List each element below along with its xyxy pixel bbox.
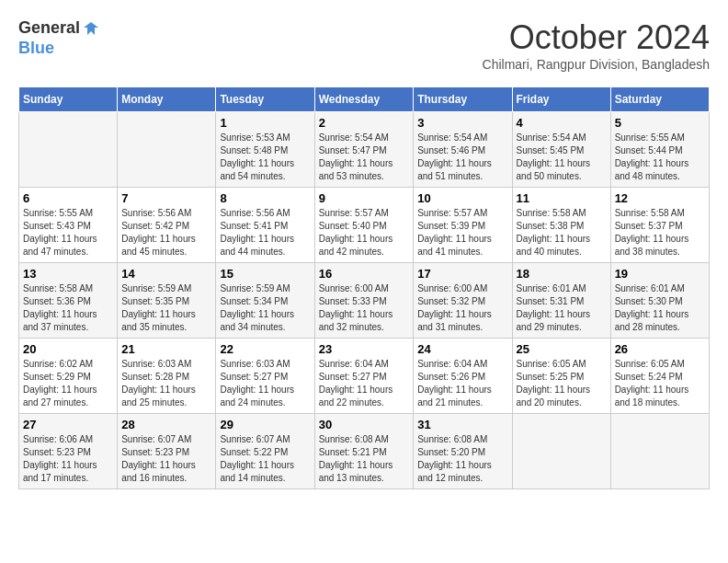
weekday-header: Thursday (414, 87, 512, 112)
calendar-cell (118, 112, 216, 188)
day-info: Sunrise: 5:57 AM Sunset: 5:39 PM Dayligh… (417, 207, 507, 259)
day-info: Sunrise: 6:00 AM Sunset: 5:33 PM Dayligh… (319, 282, 410, 334)
calendar-week-row: 13Sunrise: 5:58 AM Sunset: 5:36 PM Dayli… (19, 263, 710, 339)
calendar-cell: 5Sunrise: 5:55 AM Sunset: 5:44 PM Daylig… (610, 112, 709, 188)
day-info: Sunrise: 5:54 AM Sunset: 5:46 PM Dayligh… (417, 132, 507, 183)
day-number: 5 (615, 116, 705, 130)
calendar-cell: 26Sunrise: 6:05 AM Sunset: 5:24 PM Dayli… (610, 339, 709, 414)
calendar-cell: 30Sunrise: 6:08 AM Sunset: 5:21 PM Dayli… (314, 414, 414, 489)
main-title: October 2024 (483, 18, 710, 57)
day-number: 1 (220, 116, 310, 130)
calendar-cell (512, 414, 610, 489)
calendar-cell: 24Sunrise: 6:04 AM Sunset: 5:26 PM Dayli… (414, 339, 512, 414)
calendar-week-row: 27Sunrise: 6:06 AM Sunset: 5:23 PM Dayli… (19, 414, 710, 489)
day-number: 19 (615, 267, 705, 281)
calendar-cell: 23Sunrise: 6:04 AM Sunset: 5:27 PM Dayli… (314, 339, 414, 414)
calendar-cell: 9Sunrise: 5:57 AM Sunset: 5:40 PM Daylig… (314, 188, 414, 263)
weekday-header: Tuesday (216, 87, 314, 112)
weekday-header: Sunday (19, 87, 118, 112)
day-number: 24 (417, 342, 507, 356)
day-info: Sunrise: 6:02 AM Sunset: 5:29 PM Dayligh… (23, 358, 113, 409)
day-number: 31 (417, 418, 507, 431)
calendar-cell (19, 112, 118, 188)
day-info: Sunrise: 5:55 AM Sunset: 5:43 PM Dayligh… (23, 207, 113, 259)
calendar-cell: 12Sunrise: 5:58 AM Sunset: 5:37 PM Dayli… (610, 188, 709, 263)
calendar-cell: 22Sunrise: 6:03 AM Sunset: 5:27 PM Dayli… (216, 339, 314, 414)
calendar-cell: 20Sunrise: 6:02 AM Sunset: 5:29 PM Dayli… (19, 339, 118, 414)
title-block: October 2024 Chilmari, Rangpur Division,… (483, 18, 710, 72)
day-number: 14 (121, 267, 211, 281)
day-info: Sunrise: 6:06 AM Sunset: 5:23 PM Dayligh… (23, 433, 113, 485)
day-number: 3 (417, 116, 507, 130)
day-info: Sunrise: 5:55 AM Sunset: 5:44 PM Dayligh… (615, 132, 705, 183)
day-number: 10 (417, 191, 507, 205)
day-info: Sunrise: 6:07 AM Sunset: 5:23 PM Dayligh… (121, 433, 211, 485)
calendar-cell: 13Sunrise: 5:58 AM Sunset: 5:36 PM Dayli… (19, 263, 118, 339)
calendar-cell: 27Sunrise: 6:06 AM Sunset: 5:23 PM Dayli… (19, 414, 118, 489)
calendar-cell: 8Sunrise: 5:56 AM Sunset: 5:41 PM Daylig… (216, 188, 314, 263)
day-info: Sunrise: 5:57 AM Sunset: 5:40 PM Dayligh… (319, 207, 410, 259)
day-info: Sunrise: 5:58 AM Sunset: 5:37 PM Dayligh… (615, 207, 705, 259)
day-number: 26 (615, 342, 705, 356)
weekday-header: Wednesday (314, 87, 414, 112)
calendar-cell: 18Sunrise: 6:01 AM Sunset: 5:31 PM Dayli… (512, 263, 610, 339)
day-info: Sunrise: 6:08 AM Sunset: 5:20 PM Dayligh… (417, 433, 507, 485)
day-number: 23 (319, 342, 410, 356)
calendar-header-row: SundayMondayTuesdayWednesdayThursdayFrid… (19, 87, 710, 112)
calendar-cell: 6Sunrise: 5:55 AM Sunset: 5:43 PM Daylig… (19, 188, 118, 263)
calendar-cell: 21Sunrise: 6:03 AM Sunset: 5:28 PM Dayli… (118, 339, 216, 414)
day-info: Sunrise: 5:54 AM Sunset: 5:45 PM Dayligh… (517, 132, 607, 183)
day-number: 27 (23, 418, 113, 431)
day-number: 13 (23, 267, 113, 281)
calendar-cell: 15Sunrise: 5:59 AM Sunset: 5:34 PM Dayli… (216, 263, 314, 339)
day-info: Sunrise: 5:56 AM Sunset: 5:42 PM Dayligh… (121, 207, 211, 259)
day-number: 9 (319, 191, 410, 205)
calendar-cell (610, 414, 709, 489)
calendar-cell: 11Sunrise: 5:58 AM Sunset: 5:38 PM Dayli… (512, 188, 610, 263)
day-number: 6 (23, 191, 113, 205)
day-info: Sunrise: 5:56 AM Sunset: 5:41 PM Dayligh… (220, 207, 310, 259)
day-number: 22 (220, 342, 310, 356)
calendar-cell: 10Sunrise: 5:57 AM Sunset: 5:39 PM Dayli… (414, 188, 512, 263)
day-number: 21 (121, 342, 211, 356)
weekday-header: Friday (512, 87, 610, 112)
day-info: Sunrise: 5:58 AM Sunset: 5:38 PM Dayligh… (517, 207, 607, 259)
day-number: 16 (319, 267, 410, 281)
page-header: General Blue October 2024 Chilmari, Rang… (18, 18, 710, 72)
day-info: Sunrise: 6:08 AM Sunset: 5:21 PM Dayligh… (319, 433, 410, 485)
calendar-cell: 16Sunrise: 6:00 AM Sunset: 5:33 PM Dayli… (314, 263, 414, 339)
calendar-cell: 31Sunrise: 6:08 AM Sunset: 5:20 PM Dayli… (414, 414, 512, 489)
day-info: Sunrise: 6:00 AM Sunset: 5:32 PM Dayligh… (417, 282, 507, 334)
day-info: Sunrise: 6:07 AM Sunset: 5:22 PM Dayligh… (220, 433, 310, 485)
day-info: Sunrise: 6:04 AM Sunset: 5:27 PM Dayligh… (319, 358, 410, 409)
day-number: 15 (220, 267, 310, 281)
logo-bird-icon (82, 20, 100, 37)
day-number: 8 (220, 191, 310, 205)
calendar-cell: 19Sunrise: 6:01 AM Sunset: 5:30 PM Dayli… (610, 263, 709, 339)
day-info: Sunrise: 6:03 AM Sunset: 5:28 PM Dayligh… (121, 358, 211, 409)
logo: General Blue (18, 18, 100, 58)
calendar-cell: 28Sunrise: 6:07 AM Sunset: 5:23 PM Dayli… (118, 414, 216, 489)
day-info: Sunrise: 5:53 AM Sunset: 5:48 PM Dayligh… (220, 132, 310, 183)
calendar-table: SundayMondayTuesdayWednesdayThursdayFrid… (18, 86, 710, 489)
day-number: 12 (615, 191, 705, 205)
day-number: 25 (517, 342, 607, 356)
calendar-cell: 4Sunrise: 5:54 AM Sunset: 5:45 PM Daylig… (512, 112, 610, 188)
day-number: 29 (220, 418, 310, 431)
calendar-cell: 29Sunrise: 6:07 AM Sunset: 5:22 PM Dayli… (216, 414, 314, 489)
weekday-header: Saturday (610, 87, 709, 112)
day-info: Sunrise: 5:59 AM Sunset: 5:35 PM Dayligh… (121, 282, 211, 334)
calendar-cell: 7Sunrise: 5:56 AM Sunset: 5:42 PM Daylig… (118, 188, 216, 263)
calendar-cell: 25Sunrise: 6:05 AM Sunset: 5:25 PM Dayli… (512, 339, 610, 414)
subtitle: Chilmari, Rangpur Division, Bangladesh (483, 57, 710, 72)
day-info: Sunrise: 6:05 AM Sunset: 5:24 PM Dayligh… (615, 358, 705, 409)
day-info: Sunrise: 6:01 AM Sunset: 5:31 PM Dayligh… (517, 282, 607, 334)
day-info: Sunrise: 6:05 AM Sunset: 5:25 PM Dayligh… (517, 358, 607, 409)
day-info: Sunrise: 6:03 AM Sunset: 5:27 PM Dayligh… (220, 358, 310, 409)
day-number: 4 (517, 116, 607, 130)
day-number: 30 (319, 418, 410, 431)
day-info: Sunrise: 5:58 AM Sunset: 5:36 PM Dayligh… (23, 282, 113, 334)
calendar-cell: 2Sunrise: 5:54 AM Sunset: 5:47 PM Daylig… (314, 112, 414, 188)
day-number: 11 (517, 191, 607, 205)
day-number: 20 (23, 342, 113, 356)
